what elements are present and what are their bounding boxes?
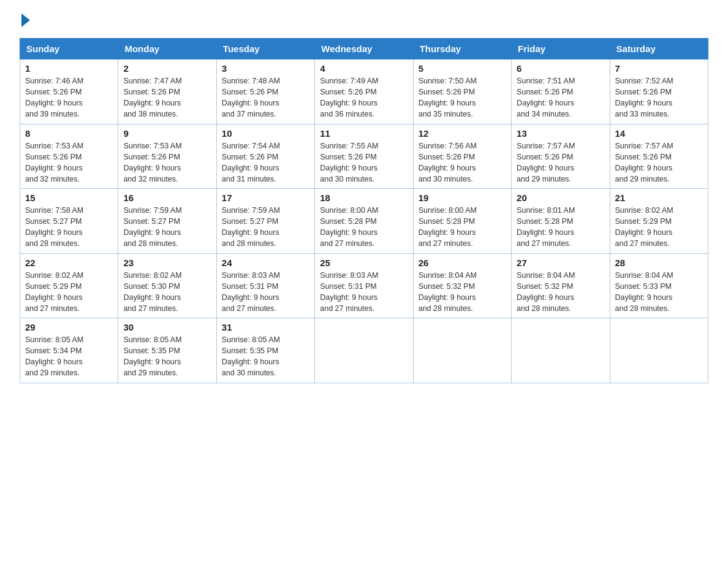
day-cell: 4Sunrise: 7:49 AMSunset: 5:26 PMDaylight… xyxy=(315,59,413,124)
weekday-header-wednesday: Wednesday xyxy=(315,39,413,59)
day-info: Sunrise: 8:05 AMSunset: 5:35 PMDaylight:… xyxy=(123,334,211,379)
day-cell: 23Sunrise: 8:02 AMSunset: 5:30 PMDayligh… xyxy=(118,253,216,318)
day-cell: 7Sunrise: 7:52 AMSunset: 5:26 PMDaylight… xyxy=(610,59,708,124)
day-number: 25 xyxy=(320,258,408,268)
day-cell: 22Sunrise: 8:02 AMSunset: 5:29 PMDayligh… xyxy=(20,253,118,318)
day-cell: 12Sunrise: 7:56 AMSunset: 5:26 PMDayligh… xyxy=(413,124,511,189)
page-header xyxy=(20,15,708,28)
day-number: 11 xyxy=(320,128,408,139)
day-cell: 1Sunrise: 7:46 AMSunset: 5:26 PMDaylight… xyxy=(20,59,118,124)
day-cell: 3Sunrise: 7:48 AMSunset: 5:26 PMDaylight… xyxy=(216,59,314,124)
day-info: Sunrise: 7:51 AMSunset: 5:26 PMDaylight:… xyxy=(517,75,604,120)
day-cell: 8Sunrise: 7:53 AMSunset: 5:26 PMDaylight… xyxy=(20,124,118,189)
day-cell: 26Sunrise: 8:04 AMSunset: 5:32 PMDayligh… xyxy=(413,253,511,318)
day-info: Sunrise: 7:52 AMSunset: 5:26 PMDaylight:… xyxy=(615,75,703,120)
day-number: 10 xyxy=(222,128,309,139)
day-number: 3 xyxy=(222,63,309,74)
day-info: Sunrise: 7:55 AMSunset: 5:26 PMDaylight:… xyxy=(320,140,408,185)
day-info: Sunrise: 8:05 AMSunset: 5:34 PMDaylight:… xyxy=(25,334,113,379)
day-number: 29 xyxy=(25,322,113,332)
day-cell: 20Sunrise: 8:01 AMSunset: 5:28 PMDayligh… xyxy=(512,189,610,254)
day-cell: 25Sunrise: 8:03 AMSunset: 5:31 PMDayligh… xyxy=(315,253,413,318)
day-number: 21 xyxy=(615,193,703,203)
day-cell: 18Sunrise: 8:00 AMSunset: 5:28 PMDayligh… xyxy=(315,189,413,254)
day-number: 22 xyxy=(25,258,113,268)
day-info: Sunrise: 8:03 AMSunset: 5:31 PMDaylight:… xyxy=(222,270,309,315)
day-number: 15 xyxy=(25,193,113,203)
week-row-3: 15Sunrise: 7:58 AMSunset: 5:27 PMDayligh… xyxy=(20,189,708,254)
day-number: 2 xyxy=(123,63,211,74)
day-info: Sunrise: 7:59 AMSunset: 5:27 PMDaylight:… xyxy=(222,205,309,250)
day-cell: 14Sunrise: 7:57 AMSunset: 5:26 PMDayligh… xyxy=(610,124,708,189)
day-number: 31 xyxy=(222,322,309,332)
day-number: 12 xyxy=(419,128,506,139)
day-info: Sunrise: 7:59 AMSunset: 5:27 PMDaylight:… xyxy=(123,205,211,250)
day-cell: 17Sunrise: 7:59 AMSunset: 5:27 PMDayligh… xyxy=(216,189,314,254)
week-row-5: 29Sunrise: 8:05 AMSunset: 5:34 PMDayligh… xyxy=(20,318,708,383)
day-cell: 5Sunrise: 7:50 AMSunset: 5:26 PMDaylight… xyxy=(413,59,511,124)
day-info: Sunrise: 7:50 AMSunset: 5:26 PMDaylight:… xyxy=(419,75,506,120)
day-info: Sunrise: 7:53 AMSunset: 5:26 PMDaylight:… xyxy=(25,140,113,185)
day-info: Sunrise: 8:02 AMSunset: 5:29 PMDaylight:… xyxy=(615,205,703,250)
day-number: 4 xyxy=(320,63,408,74)
day-number: 5 xyxy=(419,63,506,74)
weekday-header-monday: Monday xyxy=(118,39,216,59)
weekday-header-saturday: Saturday xyxy=(610,39,708,59)
day-cell: 10Sunrise: 7:54 AMSunset: 5:26 PMDayligh… xyxy=(216,124,314,189)
day-info: Sunrise: 7:57 AMSunset: 5:26 PMDaylight:… xyxy=(615,140,703,185)
day-cell: 28Sunrise: 8:04 AMSunset: 5:33 PMDayligh… xyxy=(610,253,708,318)
day-cell xyxy=(315,318,413,383)
day-number: 26 xyxy=(419,258,506,268)
day-number: 28 xyxy=(615,258,703,268)
logo-arrow-icon xyxy=(21,13,30,27)
day-number: 7 xyxy=(615,63,703,74)
day-number: 20 xyxy=(517,193,604,203)
day-info: Sunrise: 8:04 AMSunset: 5:32 PMDaylight:… xyxy=(517,270,604,315)
day-cell: 15Sunrise: 7:58 AMSunset: 5:27 PMDayligh… xyxy=(20,189,118,254)
day-number: 18 xyxy=(320,193,408,203)
day-info: Sunrise: 8:01 AMSunset: 5:28 PMDaylight:… xyxy=(517,205,604,250)
weekday-header-sunday: Sunday xyxy=(20,39,118,59)
day-info: Sunrise: 8:00 AMSunset: 5:28 PMDaylight:… xyxy=(419,205,506,250)
day-cell: 19Sunrise: 8:00 AMSunset: 5:28 PMDayligh… xyxy=(413,189,511,254)
day-cell: 31Sunrise: 8:05 AMSunset: 5:35 PMDayligh… xyxy=(216,318,314,383)
weekday-header-row: SundayMondayTuesdayWednesdayThursdayFrid… xyxy=(20,39,708,59)
day-number: 1 xyxy=(25,63,113,74)
day-number: 8 xyxy=(25,128,113,139)
day-info: Sunrise: 7:46 AMSunset: 5:26 PMDaylight:… xyxy=(25,75,113,120)
day-info: Sunrise: 7:54 AMSunset: 5:26 PMDaylight:… xyxy=(222,140,309,185)
weekday-header-tuesday: Tuesday xyxy=(216,39,314,59)
day-number: 27 xyxy=(517,258,604,268)
day-cell: 16Sunrise: 7:59 AMSunset: 5:27 PMDayligh… xyxy=(118,189,216,254)
day-cell: 29Sunrise: 8:05 AMSunset: 5:34 PMDayligh… xyxy=(20,318,118,383)
day-cell xyxy=(512,318,610,383)
day-cell: 9Sunrise: 7:53 AMSunset: 5:26 PMDaylight… xyxy=(118,124,216,189)
week-row-4: 22Sunrise: 8:02 AMSunset: 5:29 PMDayligh… xyxy=(20,253,708,318)
day-number: 23 xyxy=(123,258,211,268)
day-number: 17 xyxy=(222,193,309,203)
day-info: Sunrise: 8:00 AMSunset: 5:28 PMDaylight:… xyxy=(320,205,408,250)
day-info: Sunrise: 7:53 AMSunset: 5:26 PMDaylight:… xyxy=(123,140,211,185)
day-cell: 6Sunrise: 7:51 AMSunset: 5:26 PMDaylight… xyxy=(512,59,610,124)
day-number: 24 xyxy=(222,258,309,268)
day-info: Sunrise: 7:56 AMSunset: 5:26 PMDaylight:… xyxy=(419,140,506,185)
day-cell: 11Sunrise: 7:55 AMSunset: 5:26 PMDayligh… xyxy=(315,124,413,189)
weekday-header-friday: Friday xyxy=(512,39,610,59)
day-number: 16 xyxy=(123,193,211,203)
day-number: 19 xyxy=(419,193,506,203)
day-cell: 27Sunrise: 8:04 AMSunset: 5:32 PMDayligh… xyxy=(512,253,610,318)
week-row-2: 8Sunrise: 7:53 AMSunset: 5:26 PMDaylight… xyxy=(20,124,708,189)
day-number: 6 xyxy=(517,63,604,74)
day-info: Sunrise: 8:02 AMSunset: 5:29 PMDaylight:… xyxy=(25,270,113,315)
calendar-table: SundayMondayTuesdayWednesdayThursdayFrid… xyxy=(20,38,708,383)
day-cell: 2Sunrise: 7:47 AMSunset: 5:26 PMDaylight… xyxy=(118,59,216,124)
day-info: Sunrise: 8:02 AMSunset: 5:30 PMDaylight:… xyxy=(123,270,211,315)
day-info: Sunrise: 8:04 AMSunset: 5:32 PMDaylight:… xyxy=(419,270,506,315)
day-cell: 13Sunrise: 7:57 AMSunset: 5:26 PMDayligh… xyxy=(512,124,610,189)
day-info: Sunrise: 7:48 AMSunset: 5:26 PMDaylight:… xyxy=(222,75,309,120)
day-cell: 24Sunrise: 8:03 AMSunset: 5:31 PMDayligh… xyxy=(216,253,314,318)
logo xyxy=(20,15,30,28)
day-cell: 21Sunrise: 8:02 AMSunset: 5:29 PMDayligh… xyxy=(610,189,708,254)
weekday-header-thursday: Thursday xyxy=(413,39,511,59)
week-row-1: 1Sunrise: 7:46 AMSunset: 5:26 PMDaylight… xyxy=(20,59,708,124)
